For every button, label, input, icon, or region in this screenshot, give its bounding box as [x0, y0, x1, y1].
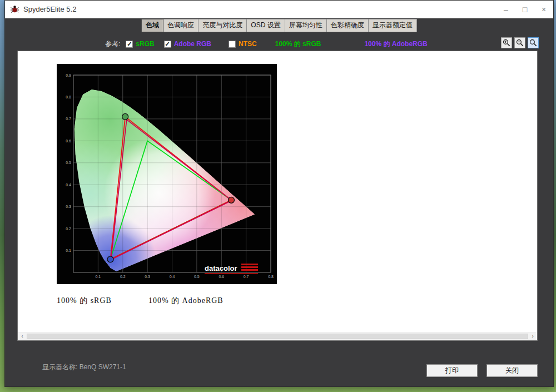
- close-dialog-button[interactable]: 关闭: [487, 364, 538, 377]
- reference-label: 参考:: [105, 39, 120, 49]
- svg-text:0.1: 0.1: [66, 249, 71, 252]
- title-bar[interactable]: Spyder5Elite 5.2 – □ ×: [5, 1, 553, 18]
- svg-text:0.8: 0.8: [66, 95, 71, 99]
- zoom-reset-icon: [529, 39, 537, 47]
- svg-text:0.4: 0.4: [170, 275, 175, 279]
- svg-text:0.1: 0.1: [96, 275, 101, 279]
- tab-gamut[interactable]: 色域: [141, 19, 163, 32]
- minimize-button[interactable]: –: [497, 1, 515, 18]
- gamut-result-srgb: 100% 的 sRGB: [275, 39, 321, 49]
- zoom-reset-button[interactable]: [528, 37, 539, 48]
- gamut-result-adobergb: 100% 的 AdobeRGB: [364, 39, 427, 49]
- svg-text:0.4: 0.4: [66, 183, 71, 187]
- tab-monitor-ratings[interactable]: 显示器额定值: [369, 19, 417, 32]
- zoom-toolbar: [501, 37, 539, 48]
- checkbox-icon[interactable]: [229, 41, 236, 48]
- caption-adobergb: 100% 的 AdobeRGB: [148, 296, 224, 306]
- content-panel: 0.10.20.30.40.50.60.70.80.10.20.30.40.50…: [17, 51, 538, 341]
- svg-text:0.3: 0.3: [66, 205, 71, 209]
- svg-text:0.6: 0.6: [66, 139, 71, 143]
- tab-brightness-contrast[interactable]: 亮度与对比度: [198, 19, 247, 32]
- scroll-right-icon[interactable]: ›: [529, 333, 537, 340]
- close-button[interactable]: ×: [534, 1, 553, 18]
- svg-text:0.7: 0.7: [66, 117, 71, 121]
- svg-text:0.8: 0.8: [268, 275, 274, 279]
- caption-srgb: 100% 的 sRGB: [57, 296, 112, 306]
- tab-tone-response[interactable]: 色调响应: [163, 19, 198, 32]
- checkbox-icon[interactable]: ✓: [164, 41, 171, 48]
- svg-text:0.7: 0.7: [244, 275, 249, 279]
- svg-text:0.5: 0.5: [194, 275, 200, 279]
- cie-chromaticity-chart: 0.10.20.30.40.50.60.70.80.10.20.30.40.50…: [57, 64, 277, 284]
- reference-bar: 参考: ✓ sRGB ✓ Adobe RGB NTSC 100% 的 sRGB …: [105, 38, 428, 50]
- gamut-caption: 100% 的 sRGB 100% 的 AdobeRGB: [57, 296, 224, 306]
- svg-text:0.9: 0.9: [66, 73, 71, 77]
- checkbox-adobe-rgb[interactable]: ✓ Adobe RGB: [164, 40, 211, 48]
- maximize-button[interactable]: □: [515, 1, 534, 18]
- zoom-out-button[interactable]: [514, 37, 525, 48]
- print-button[interactable]: 打印: [426, 364, 478, 377]
- checkbox-icon[interactable]: ✓: [126, 41, 133, 48]
- svg-text:0.2: 0.2: [120, 275, 126, 279]
- window-title: Spyder5Elite 5.2: [23, 5, 76, 13]
- checkbox-srgb[interactable]: ✓ sRGB: [126, 40, 154, 48]
- svg-text:0.3: 0.3: [145, 275, 150, 279]
- tab-osd-settings[interactable]: OSD 设置: [247, 19, 285, 32]
- zoom-in-button[interactable]: [501, 37, 512, 48]
- spyder-logo-icon: [10, 4, 19, 14]
- checkbox-ntsc[interactable]: NTSC: [229, 40, 257, 48]
- tab-bar: 色域 色调响应 亮度与对比度 OSD 设置 屏幕均匀性 色彩精确度 显示器额定值: [5, 19, 553, 32]
- scrollbar-thumb[interactable]: [27, 334, 528, 339]
- svg-text:0.5: 0.5: [66, 161, 71, 165]
- cie-chart-svg: 0.10.20.30.40.50.60.70.80.10.20.30.40.50…: [57, 64, 277, 284]
- zoom-out-icon: [516, 39, 524, 47]
- tab-screen-uniformity[interactable]: 屏幕均匀性: [285, 19, 327, 32]
- footer-buttons: 打印 关闭: [426, 364, 538, 377]
- scroll-left-icon[interactable]: ‹: [18, 333, 26, 340]
- tab-color-accuracy[interactable]: 色彩精确度: [327, 19, 369, 32]
- zoom-in-icon: [503, 39, 510, 47]
- display-name-label: 显示器名称: BenQ SW271-1: [42, 363, 126, 372]
- svg-text:datacolor: datacolor: [205, 264, 237, 272]
- svg-text:0.6: 0.6: [219, 275, 224, 279]
- horizontal-scrollbar[interactable]: ‹ ›: [18, 333, 537, 340]
- app-window: Spyder5Elite 5.2 – □ × 色域 色调响应 亮度与对比度 OS…: [4, 0, 554, 387]
- svg-text:0.2: 0.2: [66, 227, 71, 231]
